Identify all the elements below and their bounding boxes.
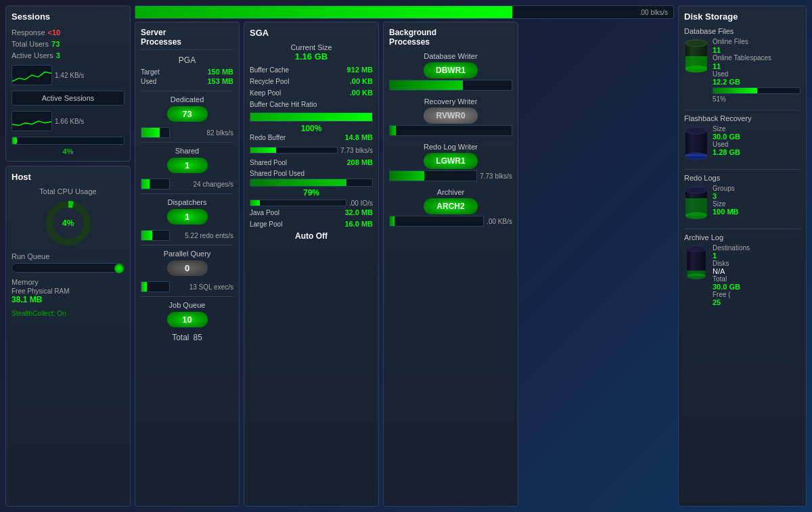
db-files-row: Online Files 11 Online Tablespaces 11 Us…: [684, 38, 800, 103]
background-processes-panel: Background Processes Database Writer DBW…: [383, 22, 518, 507]
archive-disks-label: Disks: [713, 260, 800, 267]
dedicated-bar: [141, 127, 170, 138]
shared-value: 1: [167, 158, 208, 173]
archiver-rate: .00 KB/s: [487, 218, 512, 225]
hit-ratio-percent: 100%: [250, 124, 373, 133]
db-files-title: Database Files: [684, 27, 800, 35]
flashback-stats: Size 30.0 GB Used 1.28 GB: [713, 125, 800, 156]
redo-groups-label: Groups: [713, 185, 800, 192]
sessions-title: Sessions: [12, 11, 125, 22]
redo-writer-row: Redo Log Writer LGWR1 7.73 blks/s: [389, 143, 512, 181]
dispatchers-value: 1: [167, 209, 208, 225]
shared-label: Shared: [141, 147, 233, 155]
server-processes-title: Server Processes: [141, 28, 233, 50]
active-sessions-label: Active Sessions: [42, 94, 95, 102]
svg-point-18: [685, 212, 707, 219]
pga-target-label: Target: [141, 68, 160, 76]
server-processes-panel: Server Processes PGA Target 150 MB Used …: [135, 22, 240, 507]
sessions-percent: 4%: [12, 147, 125, 156]
buffer-cache-label: Buffer Cache: [250, 66, 289, 74]
dbwriter-graph: [389, 80, 512, 91]
dbwriter-graph-fill: [390, 80, 463, 90]
graph1-rate: 1.42 KB/s: [55, 72, 84, 79]
sessions-progress-fill: [12, 137, 17, 144]
pga-target-row: Target 150 MB: [141, 68, 233, 76]
graph1-area: 1.42 KB/s: [12, 65, 125, 85]
flash-used-label: Used: [713, 141, 800, 148]
process-area: Server Processes PGA Target 150 MB Used …: [135, 22, 674, 507]
archive-disks-value: N/A: [713, 267, 800, 275]
disk-storage-title: Disk Storage: [684, 11, 800, 22]
hit-ratio-label-row: Buffer Cache Hit Ratio: [250, 100, 373, 108]
memory-label: Memory: [12, 278, 125, 286]
parallel-value: 0: [167, 260, 208, 276]
recycle-pool-value: .00 KB: [350, 77, 373, 85]
flashback-section: Flashback Recovery: [684, 114, 800, 162]
archive-log-title: Archive Log: [684, 233, 800, 241]
redo-writer-btn: LGWR1: [424, 153, 478, 169]
pga-target-value: 150 MB: [207, 68, 233, 76]
total-users-value: 73: [51, 40, 60, 48]
free-ram-value: 38.1 MB: [12, 295, 125, 304]
svg-point-7: [685, 40, 707, 47]
pga-used-row: Used 153 MB: [141, 77, 233, 85]
archiver-row: Archiver ARCH2 .00 KB/s: [389, 188, 512, 227]
redo-writer-graph: [389, 170, 477, 181]
active-sessions-box: Active Sessions: [12, 91, 125, 106]
dbwriter-row: Database Writer DBWR1: [389, 52, 512, 91]
buffer-cache-row: Buffer Cache 912 MB: [250, 66, 373, 74]
flashback-cylinder: [684, 125, 708, 162]
parallel-rate: 13 SQL exec/s: [173, 283, 233, 291]
sga-io-row: .00 IO/s: [250, 197, 373, 208]
pga-used-label: Used: [141, 78, 156, 85]
redo-buffer-row: Redo Buffer 14.8 MB: [250, 133, 373, 141]
total-label: Total: [172, 333, 189, 342]
archive-free-value: 25: [713, 298, 800, 306]
recovery-graph-fill: [390, 126, 396, 135]
java-pool-value: 32.0 MB: [344, 208, 373, 216]
online-tablespaces-row: Online Tablespaces: [713, 54, 800, 62]
shared-pool-used-label: Shared Pool Used: [250, 170, 373, 177]
sessions-panel: Sessions Response <10 Total Users 73 Act…: [5, 5, 131, 162]
graph2-rate: 1.66 KB/s: [55, 118, 84, 125]
sga-title: SGA: [250, 28, 373, 38]
db-used-fill: [713, 88, 757, 93]
java-pool-label: Java Pool: [250, 209, 279, 216]
redo-logs-title: Redo Logs: [684, 174, 800, 182]
flashback-row: Size 30.0 GB Used 1.28 GB: [684, 125, 800, 162]
recovery-row: Recovery Writer RVWR0: [389, 97, 512, 136]
archiver-graph-row: .00 KB/s: [389, 216, 512, 227]
dispatchers-graph: 5.22 redo ents/s: [141, 230, 233, 241]
response-value: <10: [48, 28, 61, 37]
response-row: Response <10: [12, 28, 125, 37]
auto-off-label: Auto Off: [250, 231, 373, 241]
redo-graph-row: 7.73 blks/s: [389, 170, 512, 181]
divider5: [141, 296, 233, 297]
run-queue-dot: [114, 264, 124, 273]
shared-pool-label: Shared Pool: [250, 159, 287, 166]
hit-ratio-fill: [250, 113, 372, 121]
archive-log-section: Archive Log: [684, 233, 800, 306]
run-queue-bar: [12, 263, 125, 273]
used-value: 12.2 GB: [713, 78, 800, 86]
archive-total-value: 30.0 GB: [713, 283, 800, 291]
total-value: 85: [194, 333, 202, 342]
sga-panel: SGA Current Size 1.16 GB Buffer Cache 91…: [244, 22, 379, 507]
host-title: Host: [12, 172, 125, 182]
redo-buffer-label: Redo Buffer: [250, 134, 286, 141]
flash-used-value: 1.28 GB: [713, 148, 800, 156]
job-queue-label: Job Queue: [141, 301, 233, 309]
buffer-cache-value: 912 MB: [346, 66, 373, 74]
archive-stats: Destinations 1 Disks N/A Total 30.0 GB F…: [713, 244, 800, 306]
sessions-progress-bar: [12, 137, 125, 145]
parallel-graph: 13 SQL exec/s: [141, 281, 233, 292]
parallel-section: Parallel Query 0: [141, 250, 233, 276]
redo-bar-fill: [250, 147, 276, 153]
dbwriter-label: Database Writer: [389, 52, 512, 60]
bandwidth-label: .00 blks/s: [639, 9, 668, 16]
online-files-value: 11: [713, 46, 800, 54]
redo-buffer-value: 14.8 MB: [344, 133, 373, 141]
right-col: Disk Storage Database Files: [678, 5, 807, 507]
redo-logs-section: Redo Logs: [684, 174, 800, 222]
host-panel: Host Total CPU Usage 4% Run Queue Memory…: [5, 166, 131, 507]
